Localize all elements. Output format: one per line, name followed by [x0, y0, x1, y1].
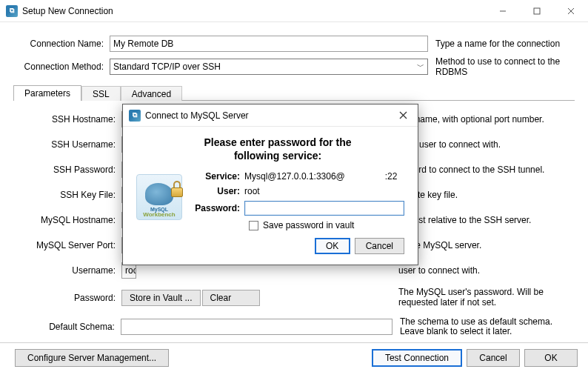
bottom-button-bar: Configure Server Management... Test Conn… — [0, 342, 588, 372]
mysql-port-label: MySQL Server Port: — [19, 240, 121, 250]
store-in-vault-button[interactable]: Store in Vault ... — [121, 290, 201, 306]
username-desc: user to connect with. — [391, 265, 569, 276]
tab-ssl[interactable]: SSL — [81, 86, 121, 101]
connection-name-label: Connection Name: — [13, 39, 110, 49]
connection-name-input[interactable] — [110, 36, 428, 52]
dialog-password-label: Password: — [193, 203, 244, 213]
svg-rect-1 — [534, 8, 540, 14]
app-icon: ⧉ — [6, 5, 18, 17]
connection-method-desc: Method to use to connect to the RDBMS — [435, 56, 575, 77]
user-value: root — [244, 186, 404, 196]
connection-method-label: Connection Method: — [13, 62, 110, 72]
ssh-keyfile-label: SSH Key File: — [19, 190, 121, 200]
maximize-button[interactable] — [520, 0, 554, 22]
service-value: Mysql@127.0.0.1:3306@:22 — [244, 171, 404, 182]
save-password-checkbox[interactable] — [249, 221, 258, 230]
ssh-username-label: SSH Username: — [19, 139, 121, 150]
dialog-ok-button[interactable]: OK — [315, 238, 350, 254]
window-title: Setup New Connection — [22, 6, 113, 16]
redacted-host — [345, 173, 385, 182]
default-schema-input[interactable] — [121, 319, 392, 335]
cancel-button[interactable]: Cancel — [467, 349, 520, 367]
dialog-title: Connect to MySQL Server — [145, 110, 249, 121]
tab-strip: Parameters SSL Advanced — [13, 84, 575, 101]
chevron-down-icon: ﹀ — [417, 62, 424, 72]
minimize-button[interactable] — [486, 0, 520, 22]
main-window-titlebar: ⧉ Setup New Connection — [0, 0, 588, 22]
save-password-label: Save password in vault — [263, 220, 354, 230]
tab-advanced[interactable]: Advanced — [121, 86, 182, 101]
window-controls — [486, 0, 588, 22]
ssh-password-label: SSH Password: — [19, 165, 121, 175]
dialog-close-button[interactable] — [388, 104, 418, 127]
configure-server-button[interactable]: Configure Server Management... — [15, 349, 169, 367]
password-dialog: ⧉ Connect to MySQL Server Please enter p… — [122, 104, 418, 265]
dialog-cancel-button[interactable]: Cancel — [355, 238, 404, 254]
default-schema-label: Default Schema: — [19, 322, 121, 332]
username-label: Username: — [19, 265, 121, 276]
tab-parameters[interactable]: Parameters — [13, 85, 81, 101]
mysql-hostname-label: MySQL Hostname: — [19, 215, 121, 225]
default-schema-desc: The schema to use as default schema. Lea… — [392, 317, 569, 338]
ok-button[interactable]: OK — [524, 349, 578, 367]
ssh-hostname-label: SSH Hostname: — [19, 114, 121, 124]
dialog-heading: Please enter password for the following … — [181, 136, 375, 162]
user-label: User: — [193, 186, 244, 196]
dialog-titlebar: ⧉ Connect to MySQL Server — [123, 104, 418, 127]
service-label: Service: — [193, 171, 244, 182]
test-connection-button[interactable]: Test Connection — [372, 349, 462, 367]
dialog-password-input[interactable] — [244, 201, 404, 216]
connection-method-value: Standard TCP/IP over SSH — [113, 62, 221, 72]
dialog-app-icon: ⧉ — [129, 110, 141, 122]
connection-name-desc: Type a name for the connection — [435, 39, 575, 49]
close-button[interactable] — [554, 0, 588, 22]
password-desc: The MySQL user's password. Will be reque… — [391, 288, 569, 308]
password-label: Password: — [19, 293, 121, 303]
connection-method-select[interactable]: Standard TCP/IP over SSH ﹀ — [110, 59, 428, 75]
clear-password-button[interactable]: Clear — [202, 290, 260, 306]
workbench-lock-icon: MySQL Workbench — [136, 174, 182, 220]
